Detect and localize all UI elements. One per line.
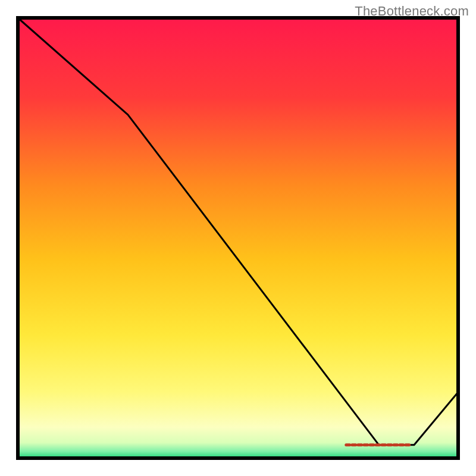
chart-svg [0,0,476,476]
chart-container: TheBottleneck.com [0,0,476,476]
chart-background [18,18,458,458]
watermark-text: TheBottleneck.com [355,4,469,19]
